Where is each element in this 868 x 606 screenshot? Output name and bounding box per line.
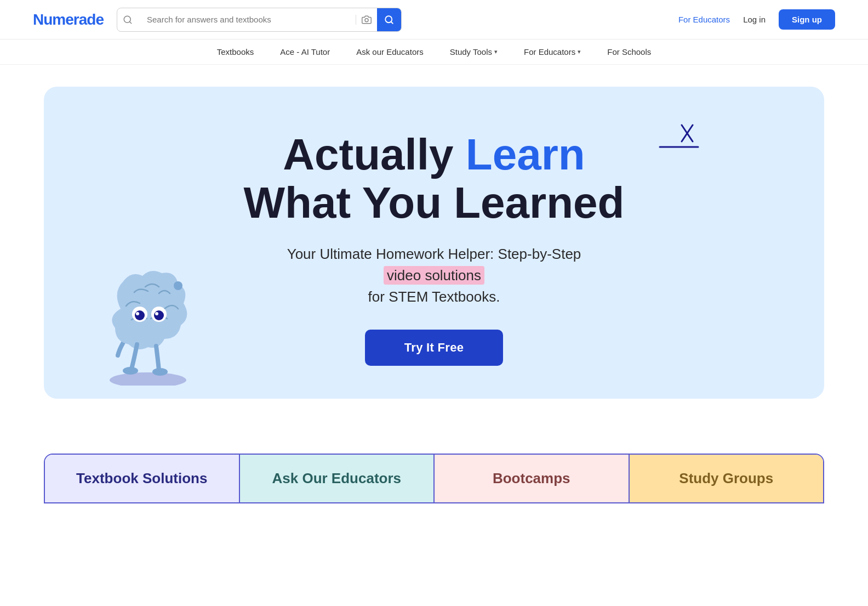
svg-point-10 [135,310,145,320]
hero-subtitle: Your Ultimate Homework Helper: Step-by-S… [287,243,581,308]
signup-button[interactable]: Sign up [779,9,835,30]
nav-study-tools[interactable]: Study Tools ▾ [450,47,498,56]
nav-for-educators[interactable]: For Educators ▾ [524,47,581,56]
header-left: Numerade [33,8,402,32]
tabs-row: Textbook Solutions Ask Our Educators Boo… [44,454,824,503]
login-button[interactable]: Log in [743,15,766,24]
tab-study-groups[interactable]: Study Groups [630,455,824,502]
hero-subtitle-highlight: video solutions [384,266,484,285]
hero-subtitle-line1: Your Ultimate Homework Helper: Step-by-S… [287,246,581,262]
tab-bootcamps[interactable]: Bootcamps [435,455,630,502]
hero-wrapper: Actually Learn What You Learned Your Ult… [0,65,868,421]
for-educators-chevron: ▾ [578,48,581,55]
main-nav: Textbooks Ace - AI Tutor Ask our Educato… [0,39,868,65]
svg-line-1 [129,21,131,23]
search-submit-button[interactable] [377,8,401,32]
camera-icon-button[interactable] [356,15,377,25]
hero-title-line2: What You Learned [244,179,625,227]
nav-textbooks[interactable]: Textbooks [217,47,254,56]
hero-title-line1: Actually Learn [244,131,625,179]
study-tools-chevron: ▾ [494,48,498,55]
nav-ask-educators[interactable]: Ask our Educators [356,47,424,56]
svg-point-2 [365,18,368,21]
header: Numerade For Educators Log in Sign up [0,0,868,39]
sparkle-decoration [649,120,704,163]
hero-section: Actually Learn What You Learned Your Ult… [44,87,824,399]
svg-point-17 [152,368,168,376]
svg-point-15 [174,281,182,290]
logo[interactable]: Numerade [33,11,104,29]
hero-title-learn-word: Learn [466,130,585,179]
tab-textbook-solutions[interactable]: Textbook Solutions [45,455,240,502]
header-right: For Educators Log in Sign up [678,9,835,30]
hero-subtitle-line3: for STEM Textbooks. [368,288,500,305]
svg-point-8 [110,372,186,386]
svg-point-14 [155,312,158,315]
tabs-section: Textbook Solutions Ask Our Educators Boo… [0,454,868,503]
brain-mascot [88,254,208,388]
search-icon [117,15,138,25]
tab-ask-educators[interactable]: Ask Our Educators [240,455,435,502]
try-it-free-button[interactable]: Try It Free [365,330,503,366]
search-input[interactable] [138,15,356,24]
for-educators-header-link[interactable]: For Educators [678,15,730,24]
search-bar [117,8,402,32]
logo-text: Numerade [33,11,104,28]
svg-line-4 [391,21,392,23]
svg-point-11 [136,312,139,315]
svg-point-16 [123,367,138,375]
nav-for-schools[interactable]: For Schools [607,47,651,56]
hero-title: Actually Learn What You Learned [244,131,625,227]
nav-ace-ai-tutor[interactable]: Ace - AI Tutor [280,47,330,56]
svg-point-13 [154,310,164,320]
